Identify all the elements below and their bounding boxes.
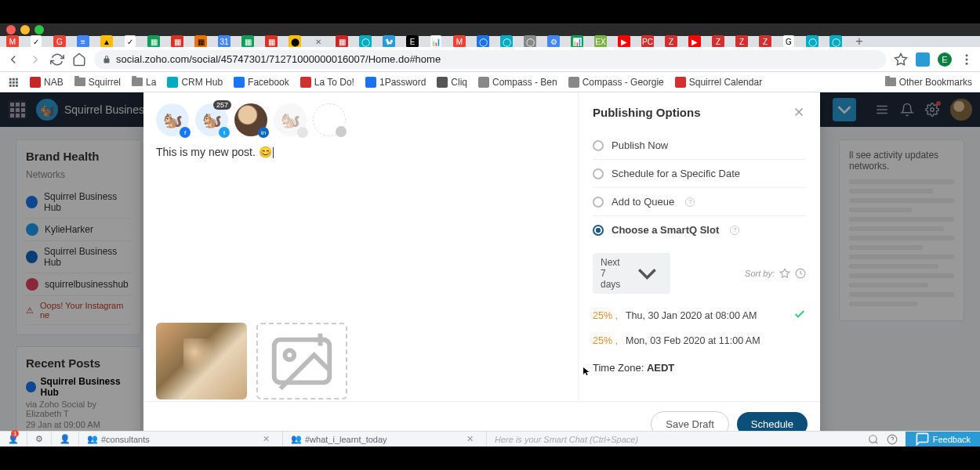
tab-icon[interactable]: EX — [594, 35, 607, 48]
tab-icon[interactable]: ▦ — [171, 35, 183, 48]
bottom-item[interactable]: ⚙ — [27, 432, 52, 446]
close-icon[interactable]: ✕ — [462, 434, 478, 444]
close-icon[interactable]: ✕ — [258, 434, 274, 444]
smartq-slot[interactable]: 25% , Thu, 30 Jan 2020 at 08:00 AM — [593, 302, 806, 329]
tab-icon[interactable]: Z — [665, 35, 677, 48]
bookmark-item[interactable]: Compass - Ben — [478, 77, 557, 88]
tab-icon[interactable]: ▶ — [618, 35, 630, 48]
star-bookmark-icon[interactable] — [894, 52, 908, 67]
channel-twitter[interactable]: 🐿️257t — [195, 103, 228, 136]
hashtag-tab[interactable]: 👥#what_i_learnt_today✕ — [283, 432, 487, 446]
extension-icon[interactable] — [916, 52, 930, 67]
help-icon[interactable] — [887, 434, 898, 445]
minimize-window[interactable] — [20, 25, 30, 34]
back-button[interactable] — [6, 52, 20, 67]
sort-clock-icon[interactable] — [795, 268, 806, 279]
forward-button[interactable] — [28, 52, 42, 67]
bookmark-item[interactable]: Squirrel Calendar — [675, 77, 762, 88]
tab-icon[interactable]: M — [453, 35, 466, 48]
chat-unread-item[interactable]: 1👤 — [0, 432, 27, 446]
close-icon[interactable] — [792, 105, 806, 119]
tab-icon[interactable]: ▶ — [688, 35, 701, 48]
bookmark-item[interactable]: Cliq — [437, 77, 467, 88]
svg-rect-4 — [13, 78, 15, 80]
option-schedule-date[interactable]: Schedule for a Specific Date — [593, 160, 806, 188]
close-window[interactable] — [6, 25, 16, 34]
tab-icon[interactable]: ◯ — [477, 35, 489, 48]
bookmark-item[interactable]: La — [132, 77, 156, 88]
media-thumbnail[interactable] — [156, 323, 247, 400]
tab-icon[interactable]: ▦ — [265, 35, 278, 48]
tab-icon[interactable]: ⚙ — [547, 35, 560, 48]
tab-icon[interactable]: ▦ — [147, 35, 160, 48]
new-tab-button[interactable]: + — [853, 35, 866, 48]
tab-icon[interactable]: E — [406, 35, 419, 48]
tab-icon[interactable]: ◯ — [524, 35, 536, 48]
tab-icon[interactable]: 📊 — [571, 35, 583, 48]
tab-icon[interactable]: ≡ — [77, 35, 89, 48]
reload-button[interactable] — [50, 52, 64, 67]
profile-avatar[interactable]: E — [938, 52, 952, 67]
channel-disabled[interactable]: 🐿️ — [274, 103, 307, 136]
help-icon[interactable]: ? — [730, 226, 739, 235]
tab-icon[interactable]: ◯ — [829, 35, 842, 48]
apps-icon[interactable] — [8, 77, 19, 88]
tab-icon[interactable]: Z — [712, 35, 724, 48]
tab-icon[interactable]: G — [782, 35, 795, 48]
post-text-area[interactable]: This is my new post. 😊 — [156, 146, 565, 177]
tab-icon[interactable]: 31 — [218, 35, 230, 48]
bookmark-item[interactable]: NAB — [30, 77, 64, 88]
svg-point-2 — [966, 62, 968, 64]
url-text: social.zoho.com/social/45747301/71271000… — [116, 53, 441, 65]
option-publish-now[interactable]: Publish Now — [593, 132, 806, 160]
bookmark-item[interactable]: 1Password — [365, 77, 426, 88]
tab-icon[interactable]: ◯ — [359, 35, 372, 48]
other-bookmarks[interactable]: Other Bookmarks — [885, 77, 972, 88]
search-icon[interactable] — [868, 434, 879, 445]
tab-icon[interactable]: ◯ — [500, 35, 513, 48]
sort-star-icon[interactable] — [779, 268, 790, 279]
bookmark-item[interactable]: La To Do! — [300, 77, 354, 88]
bookmarks-bar: NAB Squirrel La CRM Hub Facebook La To D… — [0, 72, 980, 92]
tab-icon[interactable]: Z — [759, 35, 771, 48]
tab-icon[interactable]: PC — [641, 35, 654, 48]
hashtag-tab[interactable]: 👥#consultants✕ — [79, 432, 283, 446]
bookmark-item[interactable]: Squirrel — [74, 77, 121, 88]
option-smartq[interactable]: Choose a SmartQ Slot? — [593, 216, 806, 244]
tab-icon[interactable]: ◯ — [806, 35, 818, 48]
tab-icon[interactable]: 📊 — [430, 35, 442, 48]
channel-add[interactable] — [313, 103, 346, 136]
tab-icon[interactable]: 🐿 — [383, 35, 395, 48]
tab-icon[interactable]: ✕ — [312, 35, 325, 48]
bookmark-item[interactable]: Compass - Georgie — [568, 77, 664, 88]
tab-icon[interactable]: ✓ — [30, 35, 42, 48]
channel-facebook[interactable]: 🐿️f — [156, 103, 189, 136]
lock-icon — [102, 55, 111, 64]
tab-icon[interactable]: ▦ — [194, 35, 207, 48]
tab-icon[interactable]: ▲ — [100, 35, 113, 48]
help-icon[interactable]: ? — [685, 197, 695, 207]
slot-percent: 25% , — [593, 335, 618, 346]
date-range-dropdown[interactable]: Next 7 days — [593, 253, 670, 294]
svg-rect-6 — [9, 81, 12, 83]
smart-chat-input[interactable]: Here is your Smart Chat (Ctrl+Space) — [487, 435, 860, 444]
tab-icon[interactable]: ▦ — [336, 35, 348, 48]
bookmark-item[interactable]: CRM Hub — [167, 77, 223, 88]
maximize-window[interactable] — [34, 25, 44, 34]
tab-icon[interactable]: G — [53, 35, 66, 48]
tab-icon[interactable]: ⬤ — [289, 35, 301, 48]
smartq-slot[interactable]: 25% , Mon, 03 Feb 2020 at 11:00 AM — [593, 329, 806, 352]
channel-linkedin[interactable]: in — [234, 103, 267, 136]
option-add-queue[interactable]: Add to Queue? — [593, 188, 806, 216]
tab-icon[interactable]: M — [6, 35, 19, 48]
home-button[interactable] — [72, 52, 86, 67]
bottom-item[interactable]: 👤 — [52, 432, 79, 446]
address-bar[interactable]: social.zoho.com/social/45747301/71271000… — [94, 50, 886, 69]
add-media-button[interactable] — [256, 323, 347, 400]
tab-icon[interactable]: Z — [735, 35, 748, 48]
menu-icon[interactable] — [960, 52, 974, 67]
tab-icon[interactable]: ▦ — [241, 35, 254, 48]
bookmark-item[interactable]: Facebook — [234, 77, 289, 88]
feedback-button[interactable]: Feedback — [906, 432, 980, 446]
tab-icon[interactable]: ✓ — [124, 35, 136, 48]
